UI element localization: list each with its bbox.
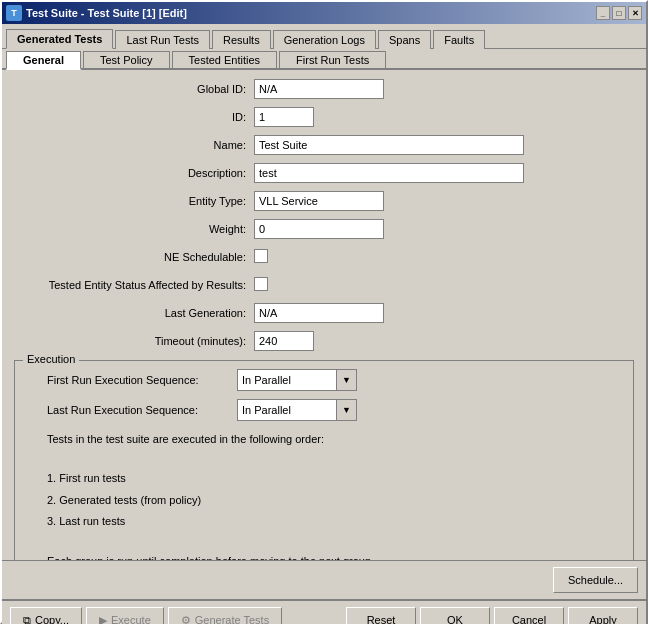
- copy-icon: ⧉: [23, 614, 31, 625]
- description-row: Description:: [14, 162, 634, 184]
- main-tab-bar: Generated Tests Last Run Tests Results G…: [2, 24, 646, 49]
- weight-label: Weight:: [14, 223, 254, 235]
- ne-schedulable-checkbox[interactable]: [254, 249, 268, 263]
- id-row: ID:: [14, 106, 634, 128]
- copy-button[interactable]: ⧉ Copy...: [10, 607, 82, 624]
- maximize-button[interactable]: □: [612, 6, 626, 20]
- tab-spans[interactable]: Spans: [378, 30, 431, 49]
- footer-right-buttons: Reset OK Cancel Apply: [346, 607, 638, 624]
- first-run-exec-dropdown-btn[interactable]: ▼: [336, 370, 356, 390]
- last-generation-input[interactable]: [254, 303, 384, 323]
- weight-input[interactable]: [254, 219, 384, 239]
- footer-bar: ⧉ Copy... ▶ Execute ⚙ Generate Tests Res…: [2, 599, 646, 624]
- subtab-first-run-tests[interactable]: First Run Tests: [279, 51, 386, 68]
- exec-step-2: 2. Generated tests (from policy): [47, 492, 621, 510]
- first-run-exec-value: In Parallel: [238, 374, 336, 386]
- ne-schedulable-label: NE Schedulable:: [14, 251, 254, 263]
- exec-step-1: 1. First run tests: [47, 470, 621, 488]
- global-id-input[interactable]: [254, 79, 384, 99]
- timeout-row: Timeout (minutes):: [14, 330, 634, 352]
- tab-generation-logs[interactable]: Generation Logs: [273, 30, 376, 49]
- name-label: Name:: [14, 139, 254, 151]
- execute-icon: ▶: [99, 614, 107, 625]
- subtab-general[interactable]: General: [6, 51, 81, 70]
- timeout-input[interactable]: [254, 331, 314, 351]
- tested-entity-status-row: Tested Entity Status Affected by Results…: [14, 274, 634, 296]
- copy-label: Copy...: [35, 614, 69, 624]
- last-run-exec-value: In Parallel: [238, 404, 336, 416]
- execution-group-title: Execution: [23, 353, 79, 365]
- cancel-button[interactable]: Cancel: [494, 607, 564, 624]
- entity-type-row: Entity Type:: [14, 190, 634, 212]
- execution-group: Execution First Run Execution Sequence: …: [14, 360, 634, 560]
- tab-faults[interactable]: Faults: [433, 30, 485, 49]
- generate-label: Generate Tests: [195, 614, 269, 624]
- reset-button[interactable]: Reset: [346, 607, 416, 624]
- generate-icon: ⚙: [181, 614, 191, 625]
- apply-button[interactable]: Apply: [568, 607, 638, 624]
- schedule-button[interactable]: Schedule...: [553, 567, 638, 593]
- tab-generated-tests[interactable]: Generated Tests: [6, 29, 113, 49]
- first-run-exec-label: First Run Execution Sequence:: [47, 374, 237, 386]
- title-bar: T Test Suite - Test Suite [1] [Edit] _ □…: [2, 2, 646, 24]
- tab-last-run-tests[interactable]: Last Run Tests: [115, 30, 210, 49]
- footer-left-buttons: ⧉ Copy... ▶ Execute ⚙ Generate Tests: [10, 607, 282, 624]
- weight-row: Weight:: [14, 218, 634, 240]
- first-run-exec-row: First Run Execution Sequence: In Paralle…: [27, 369, 621, 391]
- last-run-exec-select[interactable]: In Parallel ▼: [237, 399, 357, 421]
- app-icon: T: [6, 5, 22, 21]
- subtab-test-policy[interactable]: Test Policy: [83, 51, 170, 68]
- tab-results[interactable]: Results: [212, 30, 271, 49]
- tested-entity-status-label: Tested Entity Status Affected by Results…: [14, 279, 254, 291]
- timeout-label: Timeout (minutes):: [14, 335, 254, 347]
- execute-label: Execute: [111, 614, 151, 624]
- id-input[interactable]: [254, 107, 314, 127]
- entity-type-label: Entity Type:: [14, 195, 254, 207]
- global-id-label: Global ID:: [14, 83, 254, 95]
- exec-step-3: 3. Last run tests: [47, 513, 621, 531]
- generate-tests-button[interactable]: ⚙ Generate Tests: [168, 607, 282, 624]
- sub-tab-bar: General Test Policy Tested Entities Firs…: [2, 49, 646, 70]
- window-title: Test Suite - Test Suite [1] [Edit]: [26, 7, 187, 19]
- description-input[interactable]: [254, 163, 524, 183]
- close-button[interactable]: ✕: [628, 6, 642, 20]
- global-id-row: Global ID:: [14, 78, 634, 100]
- exec-info: Tests in the test suite are executed in …: [27, 431, 621, 560]
- exec-info-text: Tests in the test suite are executed in …: [47, 431, 621, 449]
- last-generation-row: Last Generation:: [14, 302, 634, 324]
- window-controls[interactable]: _ □ ✕: [596, 6, 642, 20]
- bottom-bar: Schedule...: [2, 560, 646, 599]
- subtab-tested-entities[interactable]: Tested Entities: [172, 51, 278, 68]
- last-run-exec-label: Last Run Execution Sequence:: [47, 404, 237, 416]
- first-run-exec-select[interactable]: In Parallel ▼: [237, 369, 357, 391]
- name-input[interactable]: [254, 135, 524, 155]
- name-row: Name:: [14, 134, 634, 156]
- minimize-button[interactable]: _: [596, 6, 610, 20]
- ok-button[interactable]: OK: [420, 607, 490, 624]
- description-label: Description:: [14, 167, 254, 179]
- last-run-exec-dropdown-btn[interactable]: ▼: [336, 400, 356, 420]
- ne-schedulable-row: NE Schedulable:: [14, 246, 634, 268]
- entity-type-input[interactable]: [254, 191, 384, 211]
- last-run-exec-row: Last Run Execution Sequence: In Parallel…: [27, 399, 621, 421]
- last-generation-label: Last Generation:: [14, 307, 254, 319]
- main-content: Global ID: ID: Name: Description:: [2, 70, 646, 560]
- execute-button[interactable]: ▶ Execute: [86, 607, 164, 624]
- tested-entity-status-checkbox[interactable]: [254, 277, 268, 291]
- id-label: ID:: [14, 111, 254, 123]
- exec-footer-note: Each group is run until completion befor…: [47, 553, 621, 560]
